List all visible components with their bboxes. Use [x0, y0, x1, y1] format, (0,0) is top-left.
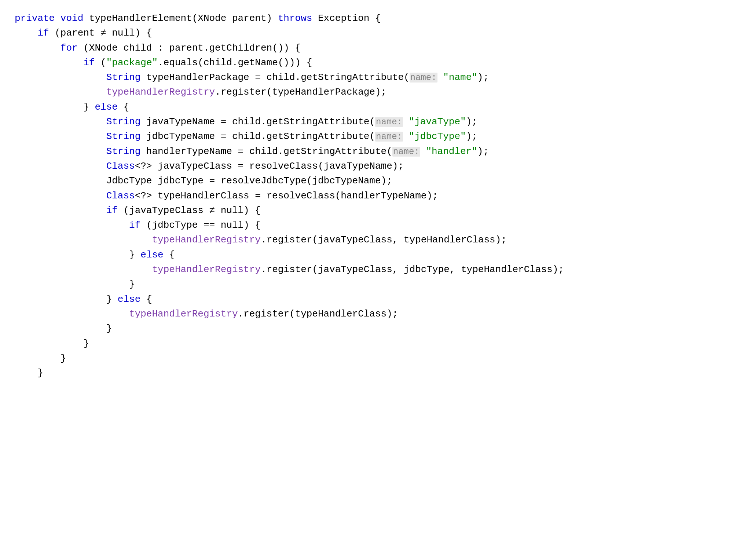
plain-token: ); — [466, 131, 477, 142]
code-line: } else { — [15, 248, 725, 262]
kw-for-token: for — [61, 43, 78, 54]
indent — [15, 175, 106, 186]
code-line: for (XNode child : parent.getChildren())… — [15, 41, 725, 55]
plain-token: ); — [466, 116, 477, 127]
plain-token: handlerTypeName = child.getStringAttribu… — [140, 146, 392, 157]
indent — [15, 279, 129, 290]
kw-else-token: else — [118, 294, 140, 305]
kw-if-token: if — [37, 28, 49, 39]
plain-token: } — [83, 338, 89, 349]
param-hint-token: name: — [410, 73, 437, 83]
plain-token: jdbcTypeName = child.getStringAttribute( — [140, 131, 375, 142]
code-container: private void typeHandlerElement(XNode pa… — [15, 11, 725, 380]
kw-string-token: String — [106, 146, 141, 157]
indent — [15, 146, 106, 157]
plain-token: } — [83, 102, 95, 113]
plain-token — [403, 116, 409, 127]
indent — [15, 190, 106, 201]
plain-token: .register(typeHandlerClass); — [238, 308, 398, 319]
string-lit-token: "javaType" — [409, 116, 466, 127]
plain-token — [437, 72, 443, 83]
indent — [15, 367, 37, 378]
indent — [15, 102, 83, 113]
kw-string-token: String — [106, 72, 141, 83]
indent — [15, 220, 129, 231]
param-hint-token: name: — [375, 117, 403, 127]
kw-else-token: else — [95, 102, 117, 113]
plain-token: <?> javaTypeClass = resolveClass(javaTyp… — [135, 161, 404, 172]
code-line: Class<?> typeHandlerClass = resolveClass… — [15, 189, 725, 203]
plain-token — [420, 146, 426, 157]
plain-token: (javaTypeClass ≠ null) { — [118, 205, 261, 216]
indent — [15, 205, 106, 216]
param-hint-token: name: — [375, 132, 403, 142]
indent — [15, 72, 106, 83]
code-line: if (jdbcType == null) { — [15, 218, 725, 233]
code-line: } — [15, 321, 725, 336]
plain-token: typeHandlerPackage = child.getStringAttr… — [140, 72, 409, 83]
indent — [15, 249, 129, 260]
indent — [15, 338, 83, 349]
kw-else-token: else — [140, 249, 163, 260]
plain-token: .register(typeHandlerPackage); — [215, 87, 387, 98]
code-line: typeHandlerRegistry.register(javaTypeCla… — [15, 262, 725, 277]
string-lit-token: "jdbcType" — [409, 131, 466, 142]
indent — [15, 323, 106, 334]
code-line: typeHandlerRegistry.register(typeHandler… — [15, 307, 725, 321]
code-line: if (parent ≠ null) { — [15, 26, 725, 40]
code-line: } — [15, 277, 725, 292]
indent — [15, 308, 129, 319]
plain-token — [55, 13, 61, 24]
plain-token: } — [106, 294, 118, 305]
indent — [15, 131, 106, 142]
indent — [15, 116, 106, 127]
method-call-token: typeHandlerRegistry — [152, 264, 260, 275]
code-line: String javaTypeName = child.getStringAtt… — [15, 114, 725, 129]
indent — [15, 234, 152, 245]
string-lit-token: "name" — [443, 72, 477, 83]
plain-token: } — [61, 353, 66, 364]
code-line: } else { — [15, 100, 725, 114]
plain-token: typeHandlerElement(XNode parent) — [83, 13, 278, 24]
plain-token: <?> typeHandlerClass = resolveClass(hand… — [135, 190, 438, 201]
code-line: String handlerTypeName = child.getString… — [15, 144, 725, 159]
plain-token: } — [106, 323, 112, 334]
code-line: JdbcType jdbcType = resolveJdbcType(jdbc… — [15, 173, 725, 188]
plain-token: javaTypeName = child.getStringAttribute( — [140, 116, 375, 127]
indent — [15, 161, 106, 172]
plain-token: (parent ≠ null) { — [49, 28, 152, 39]
plain-token: } — [129, 279, 135, 290]
plain-token — [403, 131, 409, 142]
code-line: if (javaTypeClass ≠ null) { — [15, 203, 725, 218]
plain-token: ); — [477, 72, 489, 83]
method-call-token: typeHandlerRegistry — [152, 234, 260, 245]
code-line: typeHandlerRegistry.register(javaTypeCla… — [15, 233, 725, 247]
code-line: String jdbcTypeName = child.getStringAtt… — [15, 129, 725, 144]
kw-private-token: private — [15, 13, 55, 24]
plain-token: Exception { — [312, 13, 381, 24]
kw-void-token: void — [61, 13, 83, 24]
kw-if-token: if — [83, 57, 95, 68]
method-call-token: typeHandlerRegistry — [106, 87, 215, 98]
plain-token: (XNode child : parent.getChildren()) { — [78, 43, 301, 54]
plain-token: { — [118, 102, 129, 113]
kw-class-token: Class — [106, 161, 135, 172]
string-lit-token: "package" — [106, 57, 158, 68]
code-line: String typeHandlerPackage = child.getStr… — [15, 70, 725, 85]
indent — [15, 57, 83, 68]
kw-if-token: if — [106, 205, 118, 216]
indent — [15, 353, 61, 364]
indent — [15, 43, 61, 54]
plain-token: } — [129, 249, 140, 260]
plain-token: { — [164, 249, 175, 260]
indent — [15, 87, 106, 98]
kw-string-token: String — [106, 116, 141, 127]
code-line: if ("package".equals(child.getName())) { — [15, 55, 725, 70]
plain-token: .register(javaTypeClass, jdbcType, typeH… — [261, 264, 564, 275]
plain-token: ); — [477, 146, 489, 157]
kw-if-token: if — [129, 220, 140, 231]
plain-token: = null) { — [209, 220, 261, 231]
plain-token: (jdbcType — [140, 220, 204, 231]
code-line: private void typeHandlerElement(XNode pa… — [15, 11, 725, 26]
plain-token: .register(javaTypeClass, typeHandlerClas… — [261, 234, 507, 245]
